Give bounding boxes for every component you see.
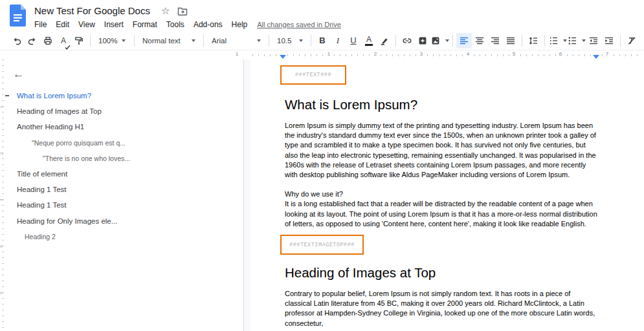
toolbar-separator bbox=[134, 35, 135, 47]
text-color-button[interactable]: A bbox=[361, 33, 377, 48]
toolbar-separator bbox=[544, 35, 545, 47]
outline-list: What is Lorem Ipsum? Heading of Images a… bbox=[5, 88, 243, 244]
document-page[interactable]: ###TEXT### What is Lorem Ipsum? Lorem Ip… bbox=[250, 59, 644, 331]
print-button[interactable] bbox=[40, 33, 56, 48]
bold-button[interactable]: B bbox=[315, 33, 330, 48]
font-size-value: 10.5 bbox=[277, 37, 294, 45]
align-center-icon bbox=[474, 36, 485, 46]
clear-formatting-icon bbox=[627, 36, 637, 46]
zoom-select[interactable]: 100% bbox=[94, 33, 131, 48]
spellcheck-letter: A bbox=[61, 36, 66, 45]
styles-value: Normal text bbox=[142, 37, 187, 45]
italic-button[interactable]: I bbox=[330, 33, 346, 48]
ruler-mark: 5 bbox=[511, 51, 516, 57]
underline-button[interactable]: U bbox=[346, 33, 361, 48]
outline-item[interactable]: "There is no one who loves... bbox=[5, 151, 243, 166]
ruler-mark: 1 bbox=[0, 106, 3, 109]
document-paragraph[interactable]: Lorem Ipsum is simply dummy text of the … bbox=[285, 121, 598, 180]
ruler-mark: 4 bbox=[465, 51, 471, 57]
horizontal-ruler[interactable]: 1 1 2 3 4 5 6 7 bbox=[0, 50, 644, 60]
menu-edit[interactable]: Edit bbox=[51, 20, 74, 29]
toolbar-separator bbox=[452, 35, 453, 47]
line-spacing-button[interactable] bbox=[526, 33, 541, 48]
outline-item[interactable]: Another Heading H1 bbox=[5, 119, 243, 134]
align-left-icon bbox=[459, 36, 469, 46]
chevron-down-icon bbox=[122, 39, 126, 44]
document-paragraph[interactable]: Contrary to popular belief, Lorem Ipsum … bbox=[285, 289, 598, 328]
menu-view[interactable]: View bbox=[74, 20, 100, 29]
document-title[interactable]: New Test For Google Docs bbox=[34, 5, 150, 16]
toolbar-separator bbox=[395, 35, 396, 47]
menu-file[interactable]: File bbox=[30, 20, 51, 29]
menu-tools[interactable]: Tools bbox=[162, 20, 189, 29]
add-comment-button[interactable] bbox=[415, 33, 430, 48]
menu-format[interactable]: Format bbox=[128, 20, 162, 29]
clear-formatting-button[interactable] bbox=[624, 33, 639, 48]
align-left-button[interactable] bbox=[456, 33, 472, 48]
styles-select[interactable]: Normal text bbox=[138, 33, 200, 48]
close-outline-button[interactable]: ← bbox=[13, 69, 24, 80]
undo-button[interactable] bbox=[9, 33, 25, 48]
document-canvas bbox=[244, 59, 250, 331]
toolbar-separator bbox=[203, 35, 204, 47]
outline-item[interactable]: Heading of Images at Top bbox=[5, 103, 243, 119]
redo-icon bbox=[27, 36, 38, 46]
google-docs-logo-icon[interactable] bbox=[9, 4, 27, 30]
bulleted-list-button[interactable] bbox=[567, 33, 586, 48]
outline-item[interactable]: "Neque porro quisquam est q... bbox=[5, 135, 243, 151]
placeholder-tag: ###TEXTIMAGETOP### bbox=[289, 242, 355, 248]
spellcheck-marked-text[interactable]: simply dummy bbox=[335, 122, 381, 130]
paragraph-text: Why do we use it? bbox=[285, 190, 343, 198]
line-spacing-icon bbox=[528, 36, 539, 46]
increase-indent-button[interactable] bbox=[601, 33, 617, 48]
paint-format-button[interactable] bbox=[71, 33, 87, 48]
toolbar-separator bbox=[269, 35, 269, 47]
menu-help[interactable]: Help bbox=[227, 20, 252, 29]
menu-insert[interactable]: Insert bbox=[100, 20, 128, 29]
add-comment-icon bbox=[417, 36, 428, 46]
outline-item[interactable]: Heading 1 Test bbox=[5, 182, 243, 197]
increase-indent-icon bbox=[604, 36, 614, 46]
outline-item[interactable]: Title of element bbox=[5, 166, 243, 182]
placeholder-tag: ###TEXT### bbox=[295, 72, 331, 78]
insert-link-button[interactable] bbox=[399, 33, 415, 48]
star-icon[interactable]: ☆ bbox=[161, 6, 170, 16]
chevron-down-icon bbox=[299, 39, 303, 44]
saved-status-link[interactable]: All changes saved in Drive bbox=[257, 21, 341, 28]
toolbar: A 100% Normal text Arial 10.5 B I U bbox=[0, 31, 644, 50]
highlight-color-button[interactable] bbox=[377, 33, 392, 48]
align-justify-button[interactable] bbox=[503, 33, 518, 48]
ruler-mark: 6 bbox=[558, 51, 563, 57]
font-size-select[interactable]: 10.5 bbox=[272, 33, 307, 48]
document-heading-2[interactable]: Heading of Images at Top bbox=[285, 265, 644, 281]
text-color-bar bbox=[365, 44, 373, 46]
numbered-list-icon bbox=[548, 36, 559, 46]
redo-button[interactable] bbox=[25, 33, 40, 48]
outline-item[interactable]: What is Lorem Ipsum? bbox=[5, 88, 243, 103]
text-color-letter: A bbox=[366, 36, 372, 43]
font-select[interactable]: Arial bbox=[207, 33, 265, 48]
placeholder-textimagetop-box[interactable]: ###TEXTIMAGETOP### bbox=[280, 235, 364, 255]
outline-item[interactable]: Heading for Only Images ele... bbox=[5, 213, 243, 229]
ruler-ticks bbox=[252, 54, 643, 56]
toolbar-separator bbox=[90, 35, 91, 47]
ruler-mark: 2 bbox=[0, 153, 3, 155]
align-center-button[interactable] bbox=[472, 33, 487, 48]
outline-item[interactable]: Heading 1 Test bbox=[5, 197, 243, 213]
insert-image-button[interactable] bbox=[430, 33, 449, 48]
paragraph-text: text of the printing and typesetting ind… bbox=[285, 122, 596, 178]
ruler-mark: 3 bbox=[0, 199, 3, 202]
align-right-button[interactable] bbox=[487, 33, 503, 48]
placeholder-text-box[interactable]: ###TEXT### bbox=[280, 65, 346, 85]
document-paragraph[interactable]: Why do we use it?It is a long establishe… bbox=[285, 189, 598, 229]
menu-addons[interactable]: Add-ons bbox=[189, 20, 227, 29]
numbered-list-button[interactable] bbox=[548, 33, 567, 48]
font-value: Arial bbox=[212, 37, 252, 45]
bulleted-list-icon bbox=[567, 36, 577, 46]
spellcheck-button[interactable]: A bbox=[56, 33, 71, 48]
decrease-indent-button[interactable] bbox=[586, 33, 601, 48]
outline-item[interactable]: Heading 2 bbox=[5, 229, 243, 244]
paragraph-text: Contrary to popular belief, Lorem Ipsum … bbox=[285, 290, 595, 327]
document-heading-1[interactable]: What is Lorem Ipsum? bbox=[285, 97, 644, 112]
move-to-folder-icon[interactable] bbox=[177, 6, 188, 16]
